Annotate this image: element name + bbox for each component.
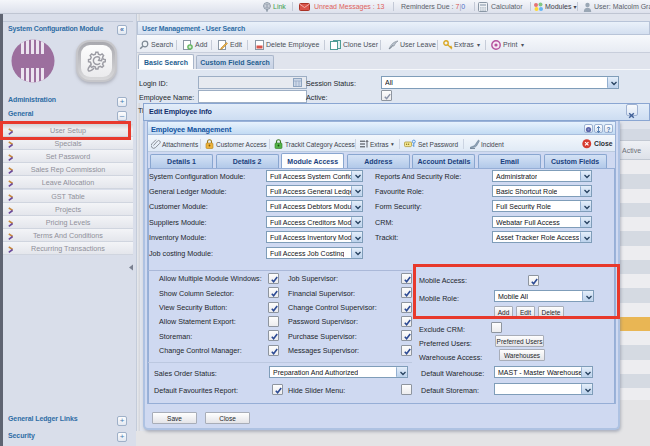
svg-text:?: ? [606,126,610,133]
